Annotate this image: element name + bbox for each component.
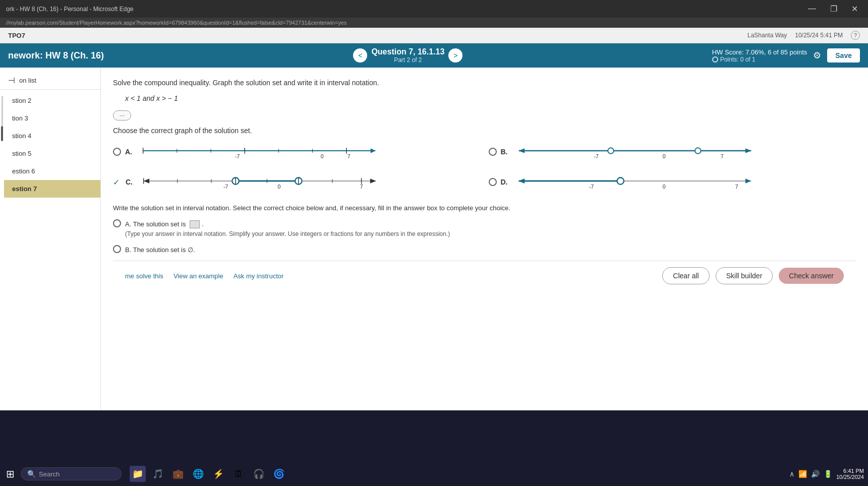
taskbar-search-text: Search	[39, 470, 60, 478]
svg-text:0: 0	[321, 153, 324, 159]
clear-all-button[interactable]: Clear all	[662, 267, 709, 284]
option-a-label: A.	[125, 148, 132, 156]
answer-option-b: B. The solution set is ∅.	[113, 245, 856, 255]
minimize-button[interactable]: —	[804, 3, 820, 15]
option-c-label: C.	[126, 178, 133, 186]
sidebar-item-question5[interactable]: stion 5	[4, 145, 100, 162]
save-button[interactable]: Save	[827, 48, 860, 63]
number-line-b: -7 0 7	[514, 141, 856, 163]
main-content: ⊣ on list stion 2 tion 3 stion 4	[0, 68, 868, 410]
option-a-label-text: A.	[125, 220, 131, 228]
skill-builder-button[interactable]: Skill builder	[716, 267, 773, 284]
sidebar-item-label: stion 2	[12, 97, 31, 104]
radio-interval-b[interactable]	[113, 245, 121, 253]
tray-up-icon[interactable]: ∧	[789, 470, 794, 478]
radio-b[interactable]	[489, 148, 497, 156]
taskbar-icon-2[interactable]: 🎵	[150, 466, 166, 482]
radio-interval-a[interactable]	[113, 219, 121, 227]
app-container: TPO7 LaShanta Way 10/25/24 5:41 PM ? new…	[0, 28, 868, 410]
taskbar-icon-3[interactable]: 💼	[170, 466, 186, 482]
question-content: Solve the compound inequality. Graph the…	[101, 68, 868, 410]
system-clock[interactable]: 6:41 PM 10/25/2024	[836, 468, 864, 480]
more-info-button[interactable]: ···	[113, 110, 131, 120]
sidebar-item-label: estion 7	[12, 185, 37, 193]
ask-instructor-link[interactable]: Ask my instructor	[234, 272, 284, 280]
svg-marker-1	[371, 148, 376, 153]
svg-marker-13	[518, 148, 525, 153]
taskbar-icon-8[interactable]: 🌀	[271, 466, 287, 482]
answer-option-a: A. The solution set is . (Type your answ…	[113, 219, 856, 239]
radio-d[interactable]	[489, 178, 497, 186]
bottom-left: me solve this View an example Ask my ins…	[125, 272, 283, 280]
svg-point-42	[617, 177, 623, 184]
interval-section: Write the solution set in interval notat…	[113, 203, 856, 255]
answer-input-box[interactable]	[190, 220, 200, 228]
taskbar: ⊞ 🔍 Search 📁 🎵 💼 🌐 ⚡ 🗓 🎧 🌀 ∧	[0, 462, 868, 486]
question-text: Solve the compound inequality. Graph the…	[113, 78, 856, 88]
question-info: Question 7, 16.1.13 Part 2 of 2	[371, 47, 444, 64]
nav-right: HW Score: 7.06%, 6 of 85 points Points: …	[712, 48, 860, 63]
tab-label: TPO7	[8, 32, 25, 39]
sidebar-item-question7[interactable]: estion 7	[4, 180, 100, 198]
prev-question-button[interactable]: <	[353, 48, 367, 63]
url-text[interactable]: //mylab.pearson.com/Student/PlayerHomewo…	[6, 20, 862, 26]
svg-marker-41	[518, 178, 525, 184]
sidebar-item-label: stion 5	[12, 150, 31, 157]
title-bar: ork - HW 8 (Ch. 16) - Personal - Microso…	[0, 0, 868, 18]
back-icon[interactable]: ⊣	[8, 76, 15, 85]
hw-score: HW Score: 7.06%, 6 of 85 points	[712, 48, 807, 56]
restore-button[interactable]: ❐	[826, 3, 841, 15]
svg-text:-7: -7	[589, 184, 594, 190]
sidebar-header: ⊣ on list	[0, 72, 100, 90]
taskbar-search-icon: 🔍	[27, 470, 36, 478]
sidebar-item-question3[interactable]: tion 3	[4, 109, 100, 127]
check-answer-button[interactable]: Check answer	[779, 268, 844, 284]
sidebar-item-label: stion 4	[12, 132, 31, 140]
taskbar-icon-5[interactable]: ⚡	[210, 466, 226, 482]
top-header: TPO7 LaShanta Way 10/25/24 5:41 PM ?	[0, 28, 868, 43]
checkmark-c-icon: ✓	[113, 177, 120, 187]
svg-marker-21	[144, 178, 150, 184]
clock-time: 6:41 PM	[836, 468, 864, 474]
taskbar-right: ∧ 📶 🔊 🔋 6:41 PM 10/25/2024	[789, 468, 864, 480]
wifi-icon[interactable]: 📶	[798, 470, 807, 478]
volume-icon[interactable]: 🔊	[811, 470, 820, 478]
question-label: Question 7, 16.1.13	[371, 47, 444, 56]
graph-b-svg: -7 0 7	[514, 141, 756, 161]
option-b-label-text: B.	[125, 246, 131, 254]
battery-icon[interactable]: 🔋	[824, 470, 832, 478]
scroll-thumb[interactable]	[1, 126, 3, 141]
start-button[interactable]: ⊞	[4, 466, 17, 482]
window-controls: — ❐ ✕	[804, 3, 862, 15]
taskbar-icon-1[interactable]: 📁	[130, 466, 146, 482]
taskbar-search-bar[interactable]: 🔍 Search	[21, 467, 122, 480]
taskbar-icon-4[interactable]: 🌐	[190, 466, 206, 482]
sidebar-item-question4[interactable]: stion 4	[4, 127, 100, 145]
taskbar-app-icons: 📁 🎵 💼 🌐 ⚡ 🗓 🎧 🌀	[130, 466, 287, 482]
settings-icon[interactable]: ⚙	[813, 50, 821, 61]
view-example-link[interactable]: View an example	[173, 272, 223, 280]
svg-text:-7: -7	[235, 153, 240, 159]
hw-title: nework: HW 8 (Ch. 16)	[8, 50, 104, 61]
taskbar-icon-7[interactable]: 🎧	[251, 466, 267, 482]
graph-section-label: Choose the correct graph of the solution…	[113, 127, 856, 135]
graph-option-c: ✓ C.	[113, 171, 481, 193]
radio-a[interactable]	[113, 148, 121, 156]
graph-section: Choose the correct graph of the solution…	[113, 127, 856, 193]
sidebar-title: on list	[19, 77, 36, 84]
taskbar-icon-6[interactable]: 🗓	[230, 466, 247, 482]
graph-option-d: D.	[489, 171, 856, 193]
next-question-button[interactable]: >	[448, 48, 462, 63]
svg-marker-14	[745, 148, 751, 153]
clock-date: 10/25/2024	[836, 474, 864, 480]
help-icon[interactable]: ?	[851, 31, 860, 40]
user-name: LaShanta Way	[747, 32, 787, 39]
help-solve-link[interactable]: me solve this	[125, 272, 163, 280]
close-button[interactable]: ✕	[847, 3, 862, 15]
number-line-a: -7 0 7	[138, 141, 481, 163]
svg-text:-7: -7	[594, 153, 599, 159]
score-section: HW Score: 7.06%, 6 of 85 points Points: …	[712, 48, 807, 63]
equation: x < 1 and x > − 1	[125, 94, 856, 102]
sidebar-item-question2[interactable]: stion 2	[4, 92, 100, 109]
sidebar-item-question6[interactable]: estion 6	[4, 162, 100, 180]
